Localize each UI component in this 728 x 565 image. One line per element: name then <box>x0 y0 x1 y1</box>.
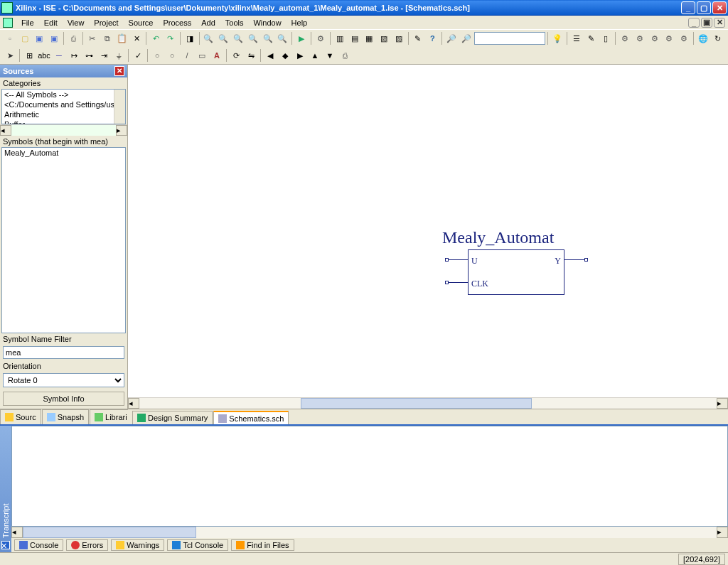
menu-file[interactable]: File <box>17 17 38 28</box>
tool-misc-icon[interactable]: ✎ <box>411 31 425 45</box>
panel-close-icon[interactable]: ✕ <box>114 66 124 76</box>
zoom-out-icon[interactable] <box>216 31 230 45</box>
scrollbar-horizontal[interactable]: ◂▸ <box>0 124 127 136</box>
symbol-info-button[interactable]: Symbol Info <box>3 392 124 406</box>
zoom-fit-icon[interactable] <box>231 31 245 45</box>
menu-view[interactable]: View <box>63 17 89 28</box>
tab-sources[interactable]: Sourc <box>0 409 41 424</box>
paste-icon[interactable] <box>115 31 129 45</box>
module-instance-name[interactable]: Mealy_Automat <box>442 228 554 247</box>
tool-icon[interactable]: ◨ <box>183 31 197 45</box>
delete-icon[interactable]: ✕ <box>129 31 144 45</box>
gear5-icon[interactable] <box>677 31 691 45</box>
tab-design-summary[interactable]: Design Summary <box>132 411 213 424</box>
list-item[interactable]: Mealy_Automat <box>2 148 125 158</box>
zoom-area-icon[interactable] <box>246 31 260 45</box>
check-tool-icon[interactable]: ✓ <box>131 48 145 63</box>
tab-snapshot[interactable]: Snapsh <box>42 409 89 424</box>
symbol-filter-input[interactable] <box>3 346 124 359</box>
tab-tcl-console[interactable]: Tcl Console <box>167 539 228 551</box>
bus-tool-icon[interactable]: ⊶ <box>82 48 96 63</box>
transcript-scrollbar[interactable]: ◂ ▸ <box>11 527 728 538</box>
scrollbar-vertical[interactable] <box>114 90 125 124</box>
window-close-icon[interactable]: ▨ <box>392 31 406 45</box>
port-tool-icon[interactable]: ⇥ <box>97 48 111 63</box>
redo-icon[interactable] <box>164 31 178 45</box>
transcript-output[interactable] <box>11 426 728 527</box>
process-icon[interactable] <box>314 31 328 45</box>
list-icon[interactable]: ☰ <box>569 31 584 45</box>
text-tool-icon[interactable] <box>210 48 224 63</box>
window-tile-h-icon[interactable]: ▥ <box>333 31 347 45</box>
tool-a-icon[interactable]: ⊞ <box>22 48 36 63</box>
mdi-control-icon[interactable] <box>3 18 13 28</box>
mdi-minimize-button[interactable]: _ <box>688 18 700 28</box>
selection-handle[interactable] <box>584 258 588 262</box>
run-icon[interactable] <box>294 31 309 45</box>
tab-errors[interactable]: Errors <box>66 539 108 551</box>
open-file-icon[interactable] <box>18 31 32 45</box>
window-tile-v-icon[interactable]: ▤ <box>348 31 362 45</box>
schematic-canvas[interactable]: Mealy_Automat U CLK Y <box>128 65 728 397</box>
copy-icon[interactable] <box>100 31 114 45</box>
symbols-listbox[interactable]: Mealy_Automat <box>1 147 126 333</box>
search-input[interactable] <box>474 32 545 45</box>
mdi-close-button[interactable]: ✕ <box>714 18 725 28</box>
rotate-tool-icon[interactable]: ⟳ <box>229 48 243 63</box>
help-icon[interactable] <box>426 31 440 45</box>
print-icon[interactable] <box>66 31 80 45</box>
orientation-select[interactable]: Rotate 0 <box>3 373 124 387</box>
zoom-full-icon[interactable] <box>275 31 289 45</box>
menu-process[interactable]: Process <box>159 17 196 28</box>
module-symbol-box[interactable]: U CLK Y <box>468 249 564 295</box>
menu-source[interactable]: Source <box>124 17 158 28</box>
cut-icon[interactable] <box>85 31 100 45</box>
gear1-icon[interactable] <box>618 31 632 45</box>
zoom-selected-icon[interactable] <box>261 31 275 45</box>
selection-handle[interactable] <box>445 281 449 284</box>
edit-icon[interactable]: ✎ <box>584 31 599 45</box>
new-file-icon[interactable] <box>3 31 17 45</box>
categories-listbox[interactable]: <-- All Symbols --> <C:/Documents and Se… <box>1 89 126 124</box>
tool-b-icon[interactable]: abc <box>37 48 51 63</box>
selection-handle[interactable] <box>445 258 449 262</box>
print2-icon[interactable] <box>338 48 352 63</box>
find-next-icon[interactable] <box>459 31 473 45</box>
zoom-in-icon[interactable] <box>201 31 215 45</box>
gear3-icon[interactable] <box>648 31 662 45</box>
menu-edit[interactable]: Edit <box>40 17 62 28</box>
wire-y[interactable] <box>564 259 586 260</box>
gear4-icon[interactable] <box>662 31 676 45</box>
line-tool-icon[interactable] <box>180 48 194 63</box>
close-button[interactable]: ✕ <box>712 1 727 14</box>
rect-tool-icon[interactable] <box>195 48 209 63</box>
tab-console[interactable]: Console <box>14 539 63 551</box>
canvas-scrollbar-horizontal[interactable]: ◂▸ <box>128 397 728 409</box>
wire-clk[interactable] <box>446 282 468 283</box>
align-b-icon[interactable]: ▼ <box>323 48 337 63</box>
maximize-button[interactable]: ▢ <box>697 1 711 14</box>
arc-tool-icon[interactable] <box>150 48 164 63</box>
undo-icon[interactable] <box>149 31 163 45</box>
save-icon[interactable] <box>33 31 47 45</box>
list-item[interactable]: <C:/Documents and Settings/user/Dokt <box>2 99 125 109</box>
window-cascade-icon[interactable]: ▦ <box>362 31 376 45</box>
wire-tool-icon[interactable] <box>52 48 66 63</box>
net-tool-icon[interactable]: ↦ <box>67 48 81 63</box>
gear2-icon[interactable] <box>633 31 647 45</box>
align-c-icon[interactable]: ◆ <box>278 48 292 63</box>
window-arrange-icon[interactable]: ▧ <box>377 31 391 45</box>
align-r-icon[interactable]: ▶ <box>293 48 307 63</box>
minimize-button[interactable]: _ <box>681 1 695 14</box>
menu-help[interactable]: Help <box>287 17 312 28</box>
wire-u[interactable] <box>446 259 468 260</box>
menu-add[interactable]: Add <box>197 17 220 28</box>
idea-icon[interactable] <box>550 31 564 45</box>
menu-window[interactable]: Window <box>249 17 285 28</box>
tab-warnings[interactable]: Warnings <box>111 539 164 551</box>
gnd-tool-icon[interactable]: ⏚ <box>112 48 126 63</box>
web-icon[interactable] <box>696 31 710 45</box>
mdi-restore-button[interactable]: ▣ <box>701 18 712 28</box>
mirror-tool-icon[interactable]: ⇋ <box>244 48 258 63</box>
tab-find-in-files[interactable]: Find in Files <box>231 539 294 551</box>
